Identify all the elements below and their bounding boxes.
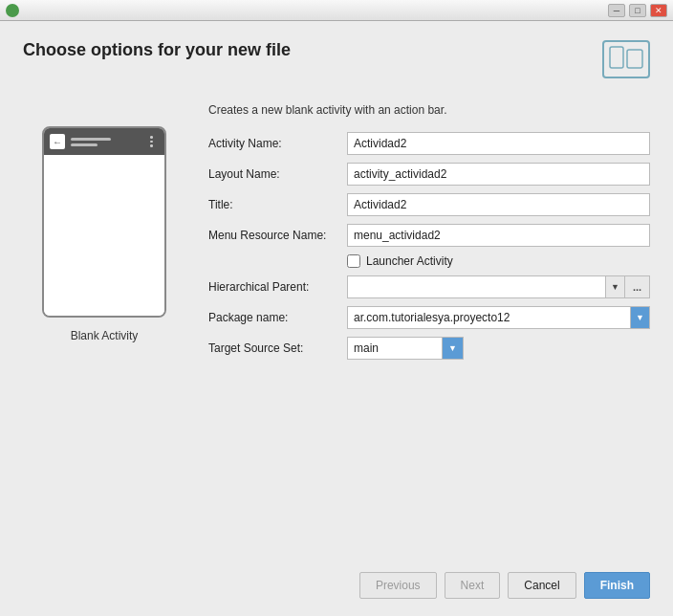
cancel-button[interactable]: Cancel (508, 572, 575, 599)
phone-back-icon: ← (50, 134, 65, 149)
next-button[interactable]: Next (445, 572, 501, 599)
mockup-label: Blank Activity (71, 329, 139, 342)
finish-button[interactable]: Finish (584, 572, 650, 599)
menu-resource-label: Menu Resource Name: (208, 229, 347, 242)
launcher-label: Launcher Activity (366, 254, 453, 268)
app-icon (6, 4, 19, 17)
minimize-button[interactable]: ─ (608, 4, 625, 17)
layout-name-label: Layout Name: (208, 167, 347, 181)
left-panel: ← Blank Activity (23, 98, 185, 551)
previous-button[interactable]: Previous (359, 572, 437, 599)
target-input[interactable] (347, 337, 443, 360)
close-button[interactable]: ✕ (650, 4, 667, 17)
phone-menu-icon (143, 134, 159, 149)
package-label: Package name: (208, 311, 347, 324)
hierarchical-browse-btn[interactable]: ... (625, 275, 650, 298)
package-row: Package name: ▼ (208, 306, 650, 329)
package-input[interactable] (347, 306, 631, 329)
phone-menu-dot-3 (150, 144, 153, 147)
title-bar: ─ □ ✕ (0, 0, 673, 21)
target-label: Target Source Set: (208, 341, 347, 355)
activity-name-input[interactable] (347, 132, 650, 155)
dialog: Choose options for your new file ← (0, 21, 673, 616)
target-row: Target Source Set: ▼ (208, 337, 650, 360)
title-input[interactable] (347, 193, 650, 216)
phone-line-1 (71, 138, 111, 141)
title-row: Title: (208, 193, 650, 216)
maximize-button[interactable]: □ (629, 4, 646, 17)
title-bar-left (6, 4, 25, 17)
menu-resource-row: Menu Resource Name: (208, 224, 650, 247)
launcher-row: Launcher Activity (347, 254, 650, 268)
activity-name-row: Activity Name: (208, 132, 650, 155)
title-field-label: Title: (208, 198, 347, 211)
svg-rect-0 (610, 47, 623, 68)
dialog-body: ← Blank Activity Creates a new blank a (0, 88, 673, 561)
package-dropdown-btn[interactable]: ▼ (631, 306, 650, 329)
dialog-header: Choose options for your new file (0, 21, 673, 88)
package-select-container: ▼ (347, 306, 650, 329)
hierarchical-row: Hierarchical Parent: ▼ ... (208, 275, 650, 298)
launcher-checkbox[interactable] (347, 254, 360, 268)
target-select-container: ▼ (347, 337, 464, 360)
phone-menu-dot-1 (150, 136, 153, 139)
header-icon (602, 40, 650, 78)
phone-title-lines (71, 138, 138, 146)
phone-mockup: ← (42, 126, 166, 318)
dialog-footer: Previous Next Cancel Finish (0, 561, 673, 616)
phone-line-2 (71, 143, 98, 146)
phone-topbar: ← (44, 128, 164, 155)
phone-menu-dot-2 (150, 141, 153, 143)
phone-content (44, 155, 164, 316)
right-panel: Creates a new blank activity with an act… (208, 98, 650, 551)
hierarchical-label: Hierarchical Parent: (208, 280, 347, 294)
hierarchical-dropdown-btn[interactable]: ▼ (606, 275, 625, 298)
activity-name-label: Activity Name: (208, 137, 347, 150)
target-dropdown-btn[interactable]: ▼ (443, 337, 464, 360)
layout-name-row: Layout Name: (208, 163, 650, 186)
menu-resource-input[interactable] (347, 224, 650, 247)
hierarchical-input[interactable] (347, 275, 606, 298)
title-bar-controls: ─ □ ✕ (608, 4, 667, 17)
description-text: Creates a new blank activity with an act… (208, 103, 650, 117)
layout-name-input[interactable] (347, 163, 650, 186)
dialog-title: Choose options for your new file (23, 40, 291, 60)
svg-rect-1 (627, 50, 642, 68)
